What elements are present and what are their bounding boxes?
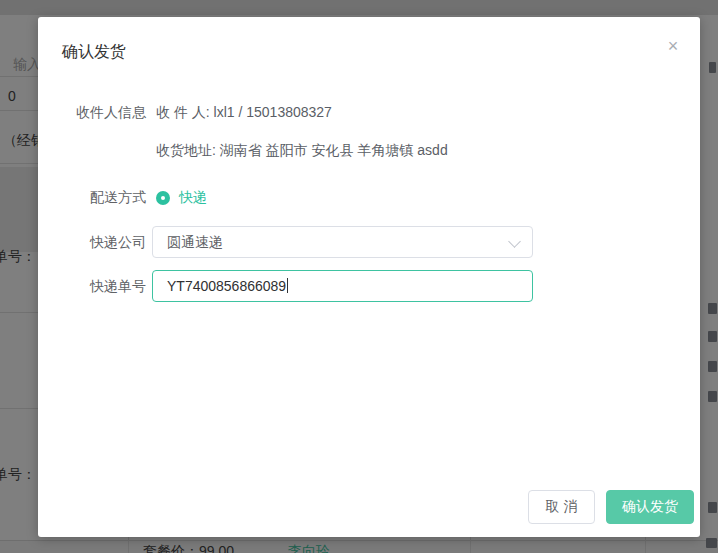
close-icon[interactable]: ×: [662, 35, 684, 57]
recipient-person-value: 收 件 人: lxl1 / 15013808327: [156, 104, 332, 122]
cancel-button[interactable]: 取 消: [528, 490, 595, 524]
express-company-selected-value: 圆通速递: [167, 234, 223, 252]
confirm-shipment-button[interactable]: 确认发货: [606, 490, 694, 524]
express-company-label: 快递公司: [62, 234, 146, 252]
dialog-title: 确认发货: [62, 42, 126, 63]
delivery-express-radio[interactable]: 快递: [156, 189, 207, 207]
chevron-down-icon: [508, 235, 521, 248]
delivery-method-label: 配送方式: [62, 189, 146, 207]
radio-selected-icon[interactable]: [156, 191, 170, 205]
tracking-number-value: YT7400856866089: [167, 278, 286, 294]
express-company-select[interactable]: 圆通速递: [152, 226, 533, 258]
delivery-express-option-label[interactable]: 快递: [179, 189, 207, 207]
app-window: 输入 0 （经销商 单号： 单号： 套餐价：99.00 李向玲 确认发货 ×: [0, 0, 718, 553]
recipient-address-value: 收货地址: 湖南省 益阳市 安化县 羊角塘镇 asdd: [156, 142, 448, 160]
recipient-info-label: 收件人信息: [62, 104, 146, 122]
confirm-shipment-dialog: 确认发货 × 收件人信息 收 件 人: lxl1 / 15013808327 收…: [38, 17, 700, 537]
tracking-number-label: 快递单号: [62, 278, 146, 296]
tracking-number-input[interactable]: YT7400856866089: [152, 270, 533, 302]
text-caret: [287, 278, 288, 293]
